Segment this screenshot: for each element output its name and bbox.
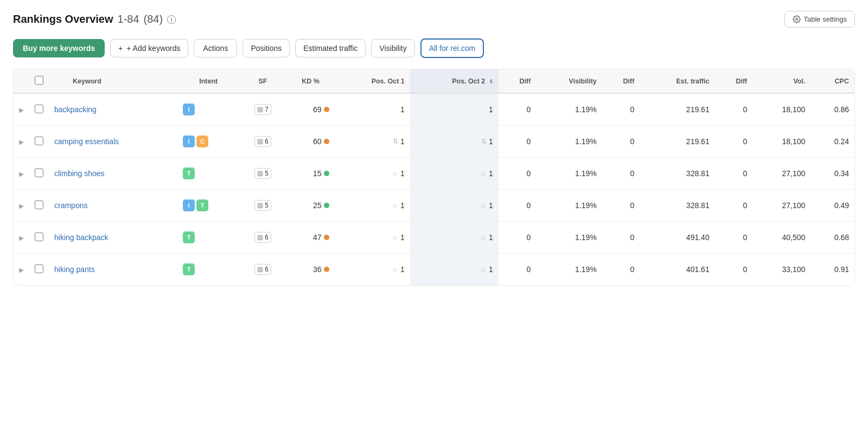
table-row: ▶ climbing shoes T 5 15 ☆1 ☆1 <box>14 158 854 190</box>
keyword-cell: crampons <box>49 190 177 222</box>
diff3-cell: 0 <box>715 222 753 254</box>
pos-oct2-value: 1 <box>489 201 493 210</box>
svg-rect-4 <box>261 110 263 112</box>
cpc-cell: 0.68 <box>810 222 854 254</box>
sf-count: 6 <box>265 234 269 241</box>
filter-positions-button[interactable]: Positions <box>242 39 290 57</box>
row-checkbox[interactable] <box>35 137 43 145</box>
diff3-value: 0 <box>743 201 747 210</box>
pos-oct1-value: 1 <box>400 105 405 114</box>
diff3-cell: 0 <box>715 190 753 222</box>
row-expand[interactable]: ▶ <box>14 158 29 190</box>
row-checkbox-cell <box>29 126 49 158</box>
est-traffic-cell: 219.61 <box>640 93 714 126</box>
pos-oct2-value: 1 <box>489 169 493 178</box>
row-expand[interactable]: ▶ <box>14 190 29 222</box>
vol-cell: 18,100 <box>752 126 810 158</box>
intent-cell: I C <box>177 126 239 158</box>
pos-oct1-cell: ☆1 <box>335 190 410 222</box>
row-expand[interactable]: ▶ <box>14 126 29 158</box>
sf-cell: 5 <box>239 190 286 222</box>
link-icon: ⇅ <box>481 138 487 145</box>
visibility-cell: 1.19% <box>536 126 602 158</box>
sf-count: 6 <box>265 138 269 145</box>
kd-value: 15 <box>313 169 322 178</box>
diff2-cell: 0 <box>602 254 640 286</box>
star-icon: ☆ <box>480 170 487 178</box>
sf-cell: 5 <box>239 158 286 190</box>
keyword-link[interactable]: crampons <box>54 201 87 210</box>
est-traffic-value: 328.81 <box>686 201 710 210</box>
row-checkbox[interactable] <box>35 233 43 241</box>
row-expand[interactable]: ▶ <box>14 254 29 286</box>
diff3-cell: 0 <box>715 126 753 158</box>
col-diff1-header: Diff <box>499 69 537 93</box>
intent-badge-i: I <box>183 135 195 147</box>
svg-rect-1 <box>258 107 260 109</box>
row-expand[interactable]: ▶ <box>14 93 29 126</box>
visibility-value: 1.19% <box>575 169 597 178</box>
diff3-value: 0 <box>743 105 747 114</box>
svg-rect-19 <box>258 238 260 240</box>
add-keywords-label: + Add keywords <box>126 44 180 53</box>
pos-oct1-value: 1 <box>400 169 405 178</box>
diff2-value: 0 <box>630 233 635 242</box>
diff1-cell: 0 <box>499 222 537 254</box>
visibility-value: 1.19% <box>575 105 597 114</box>
buy-keywords-button[interactable]: Buy more keywords <box>13 39 105 57</box>
row-checkbox[interactable] <box>35 201 43 209</box>
col-intent-header: Intent <box>177 69 239 93</box>
pos-oct2-cell: ☆1 <box>410 222 499 254</box>
diff3-cell: 0 <box>715 93 753 126</box>
table-row: ▶ crampons I T 5 25 ☆1 ☆1 0 <box>14 190 854 222</box>
row-expand[interactable]: ▶ <box>14 222 29 254</box>
intent-cell: I T <box>177 190 239 222</box>
vol-value: 33,100 <box>782 265 806 274</box>
table-row: ▶ camping essentials I C 6 60 ⇅1 ⇅1 <box>14 126 854 158</box>
intent-badge-t: T <box>196 199 208 211</box>
vol-cell: 27,100 <box>752 158 810 190</box>
row-checkbox[interactable] <box>35 264 43 273</box>
keyword-link[interactable]: hiking backpack <box>54 233 108 242</box>
cpc-cell: 0.34 <box>810 158 854 190</box>
sf-icon: 6 <box>254 232 271 243</box>
filter-visibility-button[interactable]: Visibility <box>371 39 414 57</box>
sf-cell: 7 <box>239 93 286 126</box>
row-checkbox-cell <box>29 93 49 126</box>
add-keywords-button[interactable]: + + Add keywords <box>110 39 188 57</box>
sf-icon: 6 <box>254 136 271 147</box>
plus-icon: + <box>118 44 123 53</box>
keyword-link[interactable]: hiking pants <box>54 265 95 274</box>
actions-button[interactable]: Actions <box>194 39 237 57</box>
vol-cell: 40,500 <box>752 222 810 254</box>
page-total: (84) <box>144 13 163 25</box>
keyword-link[interactable]: backpacking <box>54 105 97 114</box>
cpc-value: 0.49 <box>834 201 849 210</box>
keyword-link[interactable]: camping essentials <box>54 137 119 146</box>
kd-dot <box>324 235 329 240</box>
intent-badge-i: I <box>183 104 195 115</box>
row-checkbox-cell <box>29 254 49 286</box>
row-checkbox[interactable] <box>35 105 43 113</box>
cpc-value: 0.34 <box>834 169 849 178</box>
intent-cell: T <box>177 222 239 254</box>
col-pos-oct2-header[interactable]: Pos. Oct 2 ⇕ <box>410 69 499 93</box>
table-settings-button[interactable]: Table settings <box>784 11 856 28</box>
keyword-link[interactable]: climbing shoes <box>54 169 105 178</box>
est-traffic-value: 401.61 <box>686 265 710 274</box>
table-row: ▶ hiking pants T 6 36 ☆1 ☆1 <box>14 254 854 286</box>
star-icon: ☆ <box>392 234 398 242</box>
svg-rect-10 <box>261 171 263 173</box>
select-all-checkbox[interactable] <box>35 76 43 85</box>
pos-oct1-cell: ⇅1 <box>335 126 410 158</box>
kd-cell: 60 <box>286 126 335 158</box>
intent-cell: I <box>177 93 239 126</box>
info-icon[interactable]: i <box>167 15 176 24</box>
filter-domain-button[interactable]: All for rei.com <box>420 38 484 58</box>
filter-traffic-button[interactable]: Estimated traffic <box>295 39 366 57</box>
sf-icon: 6 <box>254 264 271 275</box>
diff2-value: 0 <box>630 169 635 178</box>
row-checkbox[interactable] <box>35 169 43 177</box>
pos-oct1-value: 1 <box>400 233 405 242</box>
star-icon: ☆ <box>392 202 398 210</box>
